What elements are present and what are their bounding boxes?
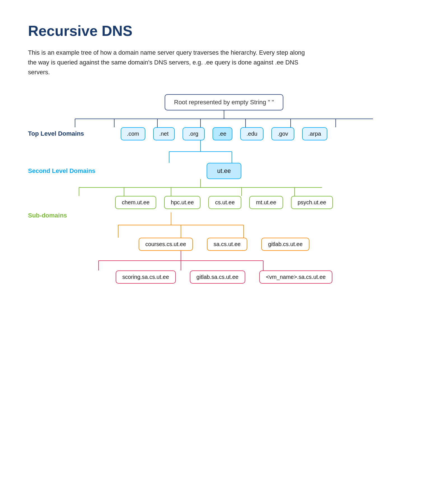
tld-node-net: .net — [153, 127, 175, 140]
subsub-nodes-row: courses.cs.ut.ee sa.cs.ut.ee gitlab.cs.u… — [28, 238, 420, 251]
subsub-to-deep-connector — [28, 251, 420, 270]
sub-node-csutee: cs.ut.ee — [208, 196, 241, 209]
sub-nodes-row: chem.ut.ee hpc.ut.ee cs.ut.ee mt.ut.ee p… — [28, 196, 420, 209]
description-text: This is an example tree of how a domain … — [28, 48, 308, 77]
deep-nodes-row: scoring.sa.cs.ut.ee gitlab.sa.cs.ut.ee <… — [28, 270, 420, 284]
sld-to-sub-connector — [28, 179, 420, 196]
sld-label: Second Level Domains — [28, 167, 95, 175]
tld-node-gov: .gov — [271, 127, 294, 140]
deep-node-gitlabsa: gitlab.sa.cs.ut.ee — [190, 270, 245, 284]
tld-to-sld-connector — [28, 140, 420, 163]
tld-node-edu: .edu — [240, 127, 263, 140]
deep-node-vmname: <vm_name>.sa.cs.ut.ee — [259, 270, 332, 284]
sub-subsub-svg — [28, 212, 420, 238]
subsub-node-courses: courses.cs.ut.ee — [139, 238, 193, 251]
sub-node-chemutee: chem.ut.ee — [115, 196, 156, 209]
subsub-node-gitlab: gitlab.cs.ut.ee — [261, 238, 309, 251]
page-title: Recursive DNS — [28, 22, 420, 39]
tld-level: .com .net .org .ee .edu .gov .arpa Top L… — [28, 127, 420, 140]
tld-node-com: .com — [121, 127, 145, 140]
root-to-tld-connectors — [28, 110, 420, 127]
sld-node-utee: ut.ee — [207, 163, 242, 179]
tld-nodes-row: .com .net .org .ee .edu .gov .arpa — [28, 127, 420, 140]
subsub-level: courses.cs.ut.ee sa.cs.ut.ee gitlab.cs.u… — [28, 238, 420, 251]
sub-node-hpcutee: hpc.ut.ee — [164, 196, 200, 209]
subsub-deep-svg — [28, 251, 420, 270]
tld-node-org: .org — [183, 127, 204, 140]
tld-node-arpa: .arpa — [302, 127, 327, 140]
sub-node-psychutee: psych.ut.ee — [291, 196, 333, 209]
sld-level: ut.ee Second Level Domains — [28, 163, 420, 179]
root-level: Root represented by empty String " " — [28, 94, 420, 284]
sub-to-subsub-connector — [28, 212, 420, 238]
tld-node-ee: .ee — [213, 127, 233, 140]
deep-level: scoring.sa.cs.ut.ee gitlab.sa.cs.ut.ee <… — [28, 270, 420, 284]
root-tld-svg — [28, 110, 420, 127]
sld-sub-svg — [28, 179, 420, 196]
tld-label: Top Level Domains — [28, 130, 84, 137]
root-node: Root represented by empty String " " — [165, 94, 284, 110]
dns-tree: Root represented by empty String " " — [28, 94, 420, 284]
sub-node-mtutee: mt.ut.ee — [249, 196, 283, 209]
subsub-node-sa: sa.cs.ut.ee — [207, 238, 248, 251]
tld-sld-svg — [28, 140, 420, 163]
sub-level: chem.ut.ee hpc.ut.ee cs.ut.ee mt.ut.ee p… — [28, 196, 420, 209]
deep-node-scoring: scoring.sa.cs.ut.ee — [116, 270, 176, 284]
